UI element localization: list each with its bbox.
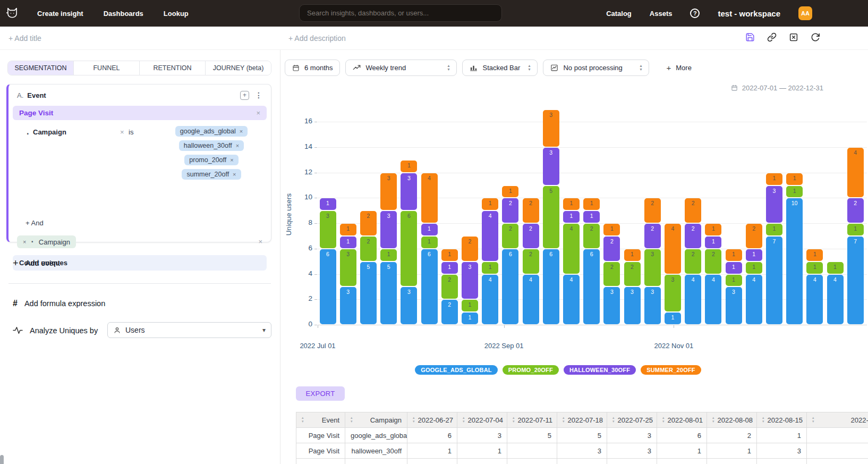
nav-item-assets[interactable]: Assets [650, 10, 673, 18]
filter-value-tag[interactable]: summer_20off× [182, 169, 241, 180]
column-header-2022-07-04[interactable]: ▴▾2022-07-04 [457, 412, 507, 428]
table-row: Page Visithalloween_30off11331134 [296, 443, 868, 459]
column-header-2022-07-11[interactable]: ▴▾2022-07-11 [507, 412, 557, 428]
column-header-2022-06-27[interactable]: ▴▾2022-06-27 [407, 412, 457, 428]
bar-segment-google-ads-global [644, 287, 661, 324]
x-tick [674, 325, 674, 328]
add-title-button[interactable]: + Add title [8, 34, 41, 43]
table-cell: 3 [607, 443, 657, 459]
column-header-2022-08-01[interactable]: ▴▾2022-08-01 [657, 412, 707, 428]
nav-item-lookup[interactable]: Lookup [164, 10, 189, 18]
cat-logo-icon[interactable] [5, 6, 19, 20]
help-icon[interactable]: ? [690, 9, 700, 18]
table-cell: 5 [507, 428, 557, 443]
nav-item-catalog[interactable]: Catalog [606, 10, 632, 18]
filter-value-tag[interactable]: promo_20off× [184, 155, 238, 165]
column-header-2022-08-22[interactable]: ▴▾2022-08-22 [807, 412, 868, 428]
analyze-entity-select[interactable]: Users ▾ [107, 322, 271, 338]
tab-segmentation[interactable]: SEGMENTATION [8, 61, 74, 75]
bar-segment-halloween-30off [685, 224, 701, 248]
tab-funnel[interactable]: FUNNEL [74, 61, 140, 75]
remove-filter-icon[interactable]: × [120, 128, 124, 136]
filter-value-tag[interactable]: google_ads_global× [175, 126, 248, 137]
bar-segment-summer-20off [502, 186, 518, 198]
event-options-kebab-icon[interactable]: ⋮ [253, 91, 265, 99]
chart-legend: GOOGLE_ADS_GLOBALPROMO_20OFFHALLOWEEN_30… [280, 365, 836, 375]
bar-segment-promo-20off [806, 262, 823, 274]
column-header-2022-08-08[interactable]: ▴▾2022-08-08 [707, 412, 757, 428]
event-card-header: A. Event + ⋮ [17, 90, 265, 100]
y-tick-label: 12 [291, 168, 312, 176]
add-formula-button[interactable]: # Add formula expression [13, 299, 105, 308]
nav-item-create-insight[interactable]: Create insight [37, 10, 83, 18]
bar-segment-halloween-30off [482, 211, 498, 260]
y-tick-label: 8 [291, 218, 312, 226]
event-selector[interactable]: Page Visit × [13, 106, 267, 120]
export-button[interactable]: EXPORT [296, 386, 345, 401]
filter-property[interactable]: Campaign [33, 128, 66, 136]
bar-segment-promo-20off [583, 224, 600, 248]
y-tick-label: 10 [291, 193, 312, 201]
bar-segment-google-ads-global [523, 275, 539, 324]
bar-segment-halloween-30off [726, 262, 742, 274]
add-event-button[interactable]: + Add event [13, 258, 60, 268]
save-icon[interactable] [745, 32, 755, 42]
legend-item-promo-20off[interactable]: PROMO_20OFF [503, 365, 559, 375]
column-header-event[interactable]: ▴▾Event [296, 412, 345, 428]
group-by-chip[interactable]: × · Campaign [17, 235, 76, 248]
bar-segment-promo-20off [847, 224, 864, 235]
bar-segment-google-ads-global [806, 275, 823, 324]
remove-tag-icon[interactable]: × [236, 142, 239, 149]
bar-segment-google-ads-global [786, 198, 803, 324]
bar-segment-promo-20off [827, 262, 844, 274]
column-header-2022-08-15[interactable]: ▴▾2022-08-15 [757, 412, 807, 428]
bar-segment-halloween-30off [462, 262, 478, 299]
scrollbar-thumb[interactable] [0, 455, 4, 464]
nav-item-dashboards[interactable]: Dashboards [104, 10, 143, 18]
remove-tag-icon[interactable]: × [233, 171, 236, 178]
add-and-condition[interactable]: + And [25, 219, 44, 227]
bar-segment-google-ads-global [421, 249, 438, 324]
y-tick-label: 6 [291, 244, 312, 252]
bar-segment-summer-20off [806, 249, 823, 261]
bar-segment-summer-20off [766, 173, 782, 185]
x-tick [318, 325, 318, 328]
plus-icon: + [13, 258, 19, 268]
legend-item-summer-20off[interactable]: SUMMER_20OFF [641, 365, 701, 375]
search-input[interactable] [299, 4, 502, 22]
remove-tag-icon[interactable]: × [230, 157, 233, 163]
table-cell: 1 [807, 459, 868, 464]
column-header-2022-07-18[interactable]: ▴▾2022-07-18 [557, 412, 607, 428]
remove-tag-icon[interactable]: × [240, 128, 243, 134]
table-row: Page Visitgoogle_ads_global635536214 [296, 428, 868, 443]
duplicate-event-icon[interactable]: + [240, 91, 249, 100]
title-bar: + Add title + Add description [0, 27, 868, 50]
bar-segment-google-ads-global [665, 313, 681, 324]
legend-item-halloween-30off[interactable]: HALLOWEEN_30OFF [564, 365, 636, 375]
column-header-campaign[interactable]: ▴▾Campaign [345, 412, 407, 428]
add-event-label: Add event [25, 259, 60, 267]
analyze-by-row: Analyze Uniques by [13, 326, 98, 335]
refresh-icon[interactable] [811, 32, 820, 42]
insight-type-tabs: SEGMENTATIONFUNNELRETENTIONJOURNEY (beta… [7, 61, 271, 75]
link-icon[interactable] [767, 32, 777, 42]
nav-menu-right: CatalogAssets ? test - workspace AA [606, 6, 812, 20]
workspace-name[interactable]: test - workspace [718, 9, 780, 18]
tab-journey-beta[interactable]: JOURNEY (beta) [206, 61, 271, 75]
remove-group-by-icon[interactable]: × [23, 239, 26, 245]
sort-icon: ▴▾ [712, 416, 714, 423]
bar-segment-halloween-30off [502, 198, 518, 223]
add-description-button[interactable]: + Add description [288, 34, 346, 43]
column-header-label: 2022-07-18 [568, 416, 603, 424]
remove-event-icon[interactable]: × [256, 109, 260, 117]
filter-operator[interactable]: is [129, 128, 133, 136]
column-header-2022-07-25[interactable]: ▴▾2022-07-25 [607, 412, 657, 428]
close-square-icon[interactable] [789, 32, 798, 42]
bar-segment-promo-20off [320, 211, 336, 248]
filter-value-tag[interactable]: halloween_30off× [179, 140, 244, 151]
table-cell: 3 [457, 428, 507, 443]
avatar[interactable]: AA [798, 6, 812, 20]
clear-group-by-icon[interactable]: × [258, 238, 262, 246]
legend-item-google-ads-global[interactable]: GOOGLE_ADS_GLOBAL [415, 365, 498, 375]
tab-retention[interactable]: RETENTION [140, 61, 206, 75]
